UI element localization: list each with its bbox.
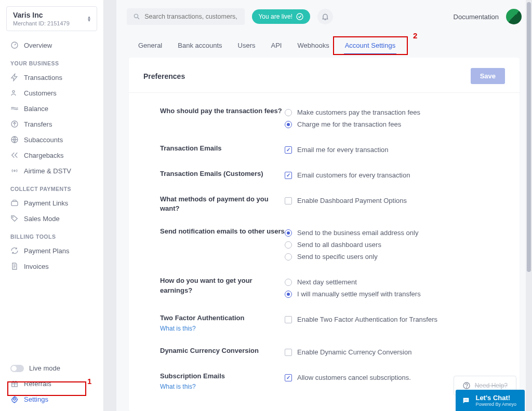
svg-rect-5 [11, 201, 18, 206]
sidebar-item-settings[interactable]: Settings [0, 391, 103, 407]
sidebar-item-label: Overview [24, 42, 52, 49]
annotation-number-1: 1 [87, 377, 91, 386]
sidebar-item-transactions[interactable]: Transactions [0, 70, 103, 85]
radio-icon [285, 109, 292, 116]
sidebar-item-label: Transactions [24, 74, 62, 81]
opt-tx-emails[interactable]: Email me for every transaction [285, 144, 505, 156]
chat-title: Let's Chat! [475, 394, 516, 402]
main-area: You are live! Documentation General Bank… [116, 0, 532, 411]
opt-fees-me[interactable]: Charge me for the transaction fees [285, 118, 505, 130]
sidebar-item-transfers[interactable]: Transfers [0, 116, 103, 132]
tab-users[interactable]: Users [237, 38, 257, 54]
live-pill[interactable]: You are live! [252, 9, 310, 24]
pref-label-tx-emails-cust: Transaction Emails (Customers) [160, 169, 285, 181]
opt-fees-customers[interactable]: Make customers pay the transaction fees [285, 106, 505, 118]
sidebar-item-label: Referrals [24, 380, 51, 388]
svg-point-4 [14, 170, 16, 172]
tab-bank-accounts[interactable]: Bank accounts [177, 38, 223, 54]
pref-label-fees: Who should pay the transaction fees? [160, 106, 285, 130]
pref-label-sub: Subscription EmailsWhat is this? [160, 372, 285, 391]
sidebar-section-collect: COLLECT PAYMENTS [0, 179, 103, 195]
chevron-updown-icon: ▴▾ [88, 16, 90, 22]
pref-label-earnings: How do you want to get your earnings? [160, 276, 285, 300]
sidebar-section-business: YOUR BUSINESS [0, 53, 103, 70]
opt-tx-emails-cust[interactable]: Email customers for every transaction [285, 169, 505, 181]
avatar[interactable] [506, 9, 522, 24]
radio-icon [285, 241, 292, 249]
search-input[interactable] [144, 13, 238, 20]
opt-earnings-manual[interactable]: I will manually settle myself with trans… [285, 288, 505, 300]
transfer-icon [10, 120, 19, 128]
search-box[interactable] [127, 8, 245, 25]
pref-label-dcc: Dynamic Currency Conversion [160, 346, 285, 358]
svg-point-9 [134, 14, 138, 18]
sidebar-item-balance[interactable]: Balance [0, 101, 103, 116]
sidebar-item-payment-plans[interactable]: Payment Plans [0, 243, 103, 258]
sidebar-item-payment-links[interactable]: Payment Links [0, 195, 103, 211]
tab-general[interactable]: General [137, 38, 163, 54]
opt-methods[interactable]: Enable Dashboard Payment Options [285, 195, 505, 207]
pref-label-twofa: Two Factor AuthenticationWhat is this? [160, 313, 285, 333]
radio-icon [285, 291, 292, 298]
tab-api[interactable]: API [270, 38, 283, 54]
scrollbar[interactable] [526, 0, 532, 411]
gift-icon [10, 379, 19, 388]
opt-earnings-nextday[interactable]: Next day settlement [285, 276, 505, 288]
scrollbar-thumb[interactable] [527, 2, 531, 272]
sidebar-item-chargebacks[interactable]: Chargebacks [0, 147, 103, 163]
cycle-icon [10, 246, 19, 255]
wallet-icon [10, 104, 19, 113]
search-icon [133, 12, 140, 21]
sidebar-item-label: Subaccounts [24, 136, 63, 144]
bolt-icon [10, 73, 19, 81]
radio-icon [285, 253, 292, 261]
svg-point-15 [467, 400, 468, 400]
svg-point-14 [466, 400, 467, 400]
sidebar-item-label: Live mode [29, 364, 60, 372]
twofa-help-link[interactable]: What is this? [160, 324, 285, 333]
chat-widget[interactable]: Let's Chat! Powered By Ameyo [456, 390, 525, 411]
merchant-selector[interactable]: Varis Inc Merchant ID: 2151479 ▴▾ [6, 6, 97, 31]
help-circle-icon [462, 381, 471, 390]
sidebar-item-sales-mode[interactable]: Sales Mode [0, 211, 103, 226]
sidebar-item-label: Sales Mode [24, 215, 60, 223]
svg-point-10 [297, 13, 303, 20]
sidebar-item-airtime[interactable]: Airtime & DSTV [0, 163, 103, 179]
opt-notif-all[interactable]: Send to all dashboard users [285, 239, 505, 251]
sidebar-item-overview[interactable]: Overview [0, 37, 103, 53]
sidebar-item-label: Airtime & DSTV [24, 167, 71, 175]
rewind-icon [10, 151, 19, 159]
gear-icon [10, 395, 19, 403]
tag-icon [10, 214, 19, 223]
checkbox-icon [285, 197, 292, 204]
sidebar-item-label: Payment Links [24, 199, 68, 207]
sidebar-item-label: Chargebacks [24, 152, 64, 159]
document-icon [10, 262, 19, 270]
notifications-button[interactable] [317, 9, 333, 24]
pref-label-notif: Send notification emails to other users [160, 227, 285, 263]
live-pill-label: You are live! [258, 13, 292, 20]
pref-label-methods: What methods of payment do you want? [160, 195, 285, 213]
pref-label-tx-emails: Transaction Emails [160, 144, 285, 156]
sidebar-item-subaccounts[interactable]: Subaccounts [0, 132, 103, 147]
sidebar: Varis Inc Merchant ID: 2151479 ▴▾ Overvi… [0, 0, 104, 411]
chat-sub: Powered By Ameyo [475, 402, 516, 407]
opt-twofa[interactable]: Enable Two Factor Authentication for Tra… [285, 313, 505, 325]
tab-account-settings[interactable]: Account Settings [344, 38, 397, 54]
sidebar-item-customers[interactable]: Customers [0, 85, 103, 101]
link-icon [10, 199, 19, 207]
check-circle-icon [296, 12, 304, 21]
save-button[interactable]: Save [471, 68, 505, 84]
tab-webhooks[interactable]: Webhooks [296, 38, 330, 54]
checkbox-icon [285, 349, 292, 356]
sidebar-item-invoices[interactable]: Invoices [0, 258, 103, 274]
opt-notif-business[interactable]: Send to the business email address only [285, 227, 505, 239]
documentation-link[interactable]: Documentation [454, 13, 499, 21]
sidebar-item-live-mode[interactable]: Live mode [0, 361, 103, 376]
toggle-icon[interactable] [10, 365, 24, 372]
opt-notif-specific[interactable]: Send to specific users only [285, 251, 505, 263]
svg-point-13 [465, 400, 466, 400]
checkbox-icon [285, 146, 292, 154]
opt-dcc[interactable]: Enable Dynamic Currency Conversion [285, 346, 505, 358]
sub-help-link[interactable]: What is this? [160, 382, 285, 391]
